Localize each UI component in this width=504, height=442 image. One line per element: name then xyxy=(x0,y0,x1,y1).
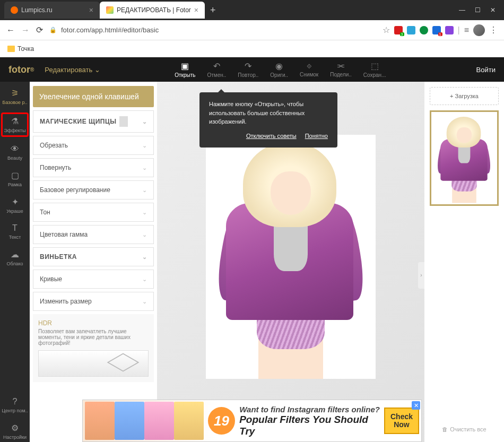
redo-icon: ↷ xyxy=(245,61,251,71)
login-button[interactable]: Войти xyxy=(476,66,496,74)
address-bar[interactable]: 🔒 fotor.com/app.html#/editor/basic xyxy=(49,26,376,34)
chevron-down-icon: ⌄ xyxy=(142,209,147,216)
original-button[interactable]: ◉Ориги.. xyxy=(270,61,288,78)
flask-icon: ⚗ xyxy=(11,116,19,126)
tab-title: Lumpics.ru xyxy=(21,6,53,14)
rail-text[interactable]: TТекст xyxy=(0,221,30,242)
ribbon-icon xyxy=(119,116,128,127)
acc-rotate[interactable]: Повернуть⌄ xyxy=(33,158,154,177)
new-tab-button[interactable]: + xyxy=(205,5,221,16)
back-button[interactable]: ← xyxy=(6,25,15,35)
rail-help[interactable]: ?Центр пом.. xyxy=(0,395,30,415)
image-thumbnail[interactable] xyxy=(430,110,499,206)
undo-icon: ↶ xyxy=(213,61,220,71)
text-icon: T xyxy=(12,223,18,233)
minimize-icon[interactable]: — xyxy=(459,6,465,14)
acc-curves[interactable]: Кривые⌄ xyxy=(33,270,154,289)
tab-group: Lumpics.ru × РЕДАКТИРОВАТЬ | Fotor × + xyxy=(4,2,455,19)
ad-line-2: Popular Filters You Should Try xyxy=(239,414,384,437)
eye-icon: 👁 xyxy=(11,144,19,154)
upload-button[interactable]: + Загрузка xyxy=(430,87,499,105)
close-icon[interactable]: × xyxy=(194,6,198,14)
browser-toolbar: ← → ⟳ 🔒 fotor.com/app.html#/editor/basic… xyxy=(0,20,504,40)
tooltip-ok[interactable]: Понятно xyxy=(305,132,328,141)
rail-beauty[interactable]: 👁Beauty xyxy=(0,142,30,163)
fotor-logo[interactable]: fotor® xyxy=(8,64,34,75)
share-icon: ⫘ xyxy=(336,61,345,71)
tooltip-dismiss[interactable]: Отключить советы xyxy=(246,132,297,141)
fotor-favicon xyxy=(106,6,114,14)
star-icon[interactable]: ☆ xyxy=(383,25,390,35)
close-icon[interactable]: × xyxy=(89,6,93,14)
reload-button[interactable]: ⟳ xyxy=(36,25,43,35)
ext-icon-3[interactable] xyxy=(420,26,428,34)
ad-cta-button[interactable]: CheckNow xyxy=(384,408,419,435)
lumpics-favicon xyxy=(11,6,18,14)
bookmark-tochka[interactable]: Точка xyxy=(7,45,34,53)
ext-icon-1[interactable]: 3 xyxy=(394,26,403,34)
rail-cloud[interactable]: ☁Облако xyxy=(0,247,30,268)
ad-banner[interactable]: 19 Want to find Instagram filters online… xyxy=(82,400,422,442)
reading-list-icon[interactable]: ≡ xyxy=(464,25,469,35)
image-icon: ▣ xyxy=(181,61,189,71)
lock-icon: 🔒 xyxy=(49,27,57,33)
browser-tab-fotor[interactable]: РЕДАКТИРОВАТЬ | Fotor × xyxy=(100,2,205,19)
ad-thumb xyxy=(115,402,144,440)
canvas-image[interactable] xyxy=(206,135,376,379)
forward-button[interactable]: → xyxy=(21,25,30,35)
acc-crop[interactable]: Обрезать⌄ xyxy=(33,136,154,155)
rail-basic[interactable]: ⚞Базовое р.. xyxy=(0,86,30,107)
chevron-down-icon: ⌄ xyxy=(142,231,147,238)
acc-vignette[interactable]: ВИНЬЕТКА⌄ xyxy=(33,247,154,266)
acc-basic[interactable]: Базовое регулирование⌄ xyxy=(33,180,154,200)
save-icon: ⬚ xyxy=(371,61,379,71)
acc-magic[interactable]: МАГИЧЕСКИЕ ЩИПЦЫ⌄ xyxy=(33,110,154,133)
browser-tab-lumpics[interactable]: Lumpics.ru × xyxy=(4,2,100,19)
ext-icon-2[interactable] xyxy=(407,26,415,34)
bookmark-label: Точка xyxy=(18,45,34,53)
ext-icon-4[interactable]: 1 xyxy=(432,26,441,34)
sliders-icon: ⚞ xyxy=(11,88,19,98)
hint-tooltip: Нажмите кнопку «Открыть», чтобы использо… xyxy=(199,92,337,148)
edit-dropdown[interactable]: Редактировать ⌄ xyxy=(45,66,100,74)
menu-icon[interactable]: ⋮ xyxy=(489,25,498,35)
ad-line-1: Want to find Instagram filters online? xyxy=(239,405,384,414)
share-button[interactable]: ⫘Подели.. xyxy=(330,61,352,78)
expand-panel-button[interactable]: › xyxy=(418,262,424,289)
clear-all-button[interactable]: 🗑 Очистить все xyxy=(430,422,499,437)
maximize-icon[interactable]: ☐ xyxy=(475,6,481,14)
hdr-illustration xyxy=(38,350,149,377)
fotor-topbar: fotor® Редактировать ⌄ ▣Открыть ↶Отмен..… xyxy=(0,57,504,82)
panel-header: Увелечение одной клавишей xyxy=(33,86,154,107)
snapshot-button[interactable]: ⟐Снимок xyxy=(300,61,318,78)
ad-number: 19 xyxy=(208,407,235,435)
open-button[interactable]: ▣Открыть xyxy=(175,61,195,78)
ad-close-button[interactable]: ✕ xyxy=(412,401,420,410)
chevron-down-icon: ⌄ xyxy=(142,142,147,149)
acc-tone[interactable]: Тон⌄ xyxy=(33,203,154,222)
undo-button[interactable]: ↶Отмен.. xyxy=(207,61,226,78)
acc-color[interactable]: Цветовая гамма⌄ xyxy=(33,225,154,244)
save-button[interactable]: ⬚Сохран... xyxy=(363,61,386,78)
ad-thumb xyxy=(174,402,204,440)
extensions: ☆ 3 1 | ≡ ⋮ xyxy=(383,24,498,36)
hdr-promo[interactable]: HDR Позволяет вам запечатлеть лучшие мом… xyxy=(33,314,154,382)
ad-thumb xyxy=(85,402,115,440)
bookmarks-bar: Точка xyxy=(0,40,504,57)
chevron-down-icon: ⌄ xyxy=(142,298,147,305)
rail-sticker[interactable]: ✦Украше xyxy=(0,195,30,216)
help-icon: ? xyxy=(13,397,18,406)
close-icon[interactable]: ✕ xyxy=(490,6,496,14)
profile-avatar[interactable] xyxy=(473,24,485,36)
rail-settings[interactable]: ⚙Настройки xyxy=(0,421,30,442)
redo-button[interactable]: ↷Повтор.. xyxy=(238,61,258,78)
chevron-down-icon: ⌄ xyxy=(142,164,147,171)
trash-icon: 🗑 xyxy=(442,426,448,432)
acc-resize[interactable]: Изменить размер⌄ xyxy=(33,292,154,311)
rail-frame[interactable]: ▢Рамка xyxy=(0,168,30,189)
browser-tab-strip: Lumpics.ru × РЕДАКТИРОВАТЬ | Fotor × + —… xyxy=(0,0,504,20)
ext-icon-5[interactable] xyxy=(445,26,454,34)
rail-effects[interactable]: ⚗Эффекты xyxy=(1,112,29,137)
tab-title: РЕДАКТИРОВАТЬ | Fotor xyxy=(117,6,191,14)
fotor-app: fotor® Редактировать ⌄ ▣Открыть ↶Отмен..… xyxy=(0,57,504,442)
